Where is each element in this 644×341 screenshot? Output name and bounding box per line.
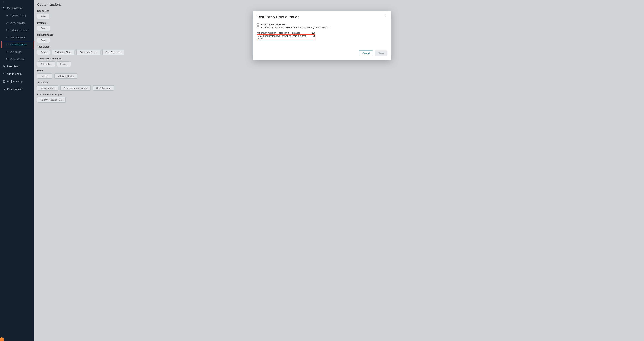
page-title: Customizations [34, 0, 644, 9]
section-button[interactable]: Scheduling [37, 61, 55, 67]
plug-icon [6, 36, 9, 39]
max-nested-value[interactable]: 3 [306, 34, 315, 40]
svg-point-2 [7, 15, 8, 16]
section-button[interactable]: Gadget Refresh Rate [37, 97, 66, 102]
section: Dashboard and ReportGadget Refresh Rate [37, 93, 641, 102]
sidebar-group-label: Defect Admin [7, 88, 22, 91]
sidebar-collapse-toggle[interactable] [0, 0, 34, 4]
highlighted-row: Maximum nested level of Call to Tests in… [257, 34, 316, 40]
user-setup-icon [2, 65, 6, 68]
svg-point-10 [3, 89, 4, 90]
sidebar-item-about-zephyr[interactable]: About Zephyr [0, 55, 34, 62]
section-button[interactable]: History [57, 61, 70, 67]
section-button[interactable]: Indexing [37, 73, 52, 79]
sidebar-item-system-config[interactable]: System Config [0, 12, 34, 19]
section-button[interactable]: Execution Status [76, 49, 100, 55]
sidebar-item-label: About Zephyr [10, 58, 24, 60]
checkbox-label: Enable Rich Text Editor [261, 23, 286, 26]
section-button-row: SchedulingHistory [37, 61, 641, 67]
sidebar-group-project-setup[interactable]: Project Setup [0, 78, 34, 85]
sidebar-group-label: User Setup [7, 65, 20, 68]
gear-icon [6, 14, 9, 17]
folder-icon [6, 28, 9, 31]
sidebar-group-label: Group Setup [7, 72, 22, 75]
max-nested-label: Maximum nested level of Call to Tests in… [258, 34, 306, 40]
users-icon [2, 72, 6, 76]
sidebar-group-user-setup[interactable]: User Setup [0, 62, 34, 70]
sidebar-item-external-storage[interactable]: External Storage [0, 26, 34, 34]
project-icon [2, 80, 6, 83]
sidebar-item-customizations[interactable]: Customizations [2, 41, 34, 48]
bug-icon [2, 87, 6, 91]
section-button[interactable]: Fields [37, 38, 50, 43]
svg-point-6 [3, 65, 4, 66]
svg-point-8 [4, 73, 5, 74]
section-button[interactable]: Fields [37, 26, 50, 31]
modal-title: Test Repo Configuration [257, 15, 300, 19]
cancel-button[interactable]: Cancel [359, 50, 373, 56]
max-steps-label: Maximum number of steps in a test case: [257, 31, 300, 34]
sidebar-group-system-setup[interactable]: System Setup [0, 4, 34, 12]
section-button[interactable]: Step Execution [102, 49, 124, 55]
sidebar-group-label: Project Setup [7, 80, 22, 83]
close-icon [384, 15, 386, 18]
sidebar-item-authentication[interactable]: Authentication [0, 19, 34, 26]
gear-network-icon [2, 6, 6, 10]
section-title: Index [37, 69, 641, 72]
checkbox-label: Restrict editing a test case version tha… [261, 26, 330, 29]
sidebar-item-label: Jira Integration [10, 36, 26, 39]
chevron-double-left-icon [2, 1, 4, 3]
sidebar-item-label: Customizations [10, 43, 26, 46]
user-icon [6, 21, 9, 24]
max-steps-value[interactable]: 200 [306, 31, 316, 34]
svg-point-3 [7, 22, 8, 23]
section-button[interactable]: Miscellaneous [37, 85, 58, 91]
section-title: Dashboard and Report [37, 93, 641, 96]
section-title: Advanced [37, 81, 641, 84]
sidebar-item-label: External Storage [10, 29, 28, 31]
modal-close-button[interactable] [383, 15, 387, 18]
checkbox-enable-rich-text[interactable] [257, 23, 259, 26]
section-button[interactable]: Indexing Health [54, 73, 77, 79]
sidebar-item-label: System Config [10, 14, 26, 17]
sidebar-group-label: System Setup [7, 7, 23, 9]
save-button[interactable]: Save [375, 50, 387, 56]
tools-icon [6, 43, 9, 46]
sidebar-item-jira-integration[interactable]: Jira Integration [0, 34, 34, 41]
section-button[interactable]: Fields [37, 49, 50, 55]
checkbox-restrict-editing[interactable] [257, 26, 259, 29]
section-button[interactable]: Roles [37, 14, 50, 19]
section-button-row: IndexingIndexing Health [37, 73, 641, 79]
sidebar-group-defect-admin[interactable]: Defect Admin [0, 85, 34, 93]
sidebar-group-group-setup[interactable]: Group Setup [0, 70, 34, 78]
info-icon [6, 57, 9, 60]
key-icon [6, 50, 9, 53]
modal-test-repo-configuration: Test Repo Configuration Enable Rich Text… [253, 11, 391, 60]
sidebar: System Setup System Config Authenticatio… [0, 0, 34, 341]
section: IndexIndexingIndexing Health [37, 69, 641, 79]
svg-point-4 [6, 51, 7, 52]
sidebar-item-label: Authentication [10, 21, 25, 24]
section-button[interactable]: GDPR Actions [93, 85, 114, 91]
section-button-row: MiscellaneousAnnouncement BannerGDPR Act… [37, 85, 641, 91]
sidebar-item-label: API Token [10, 50, 21, 53]
sidebar-item-api-token[interactable]: API Token [0, 48, 34, 55]
section-button[interactable]: Announcement Banner [60, 85, 91, 91]
svg-point-7 [3, 73, 4, 74]
section: AdvancedMiscellaneousAnnouncement Banner… [37, 81, 641, 91]
section-button-row: Gadget Refresh Rate [37, 97, 641, 102]
section-button[interactable]: Estimated Time [52, 49, 74, 55]
avatar[interactable] [0, 338, 4, 341]
